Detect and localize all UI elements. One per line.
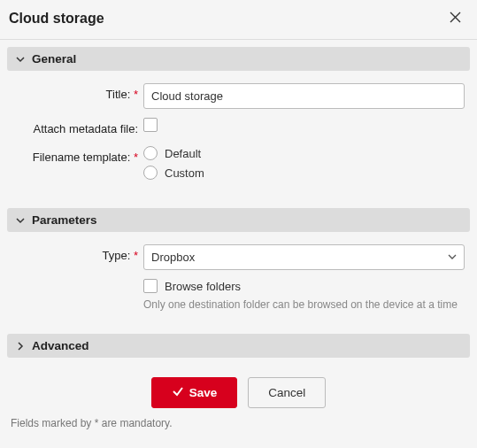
template-custom-radio[interactable]: Custom [143, 166, 465, 180]
chevron-down-icon [16, 216, 25, 225]
attach-metadata-checkbox[interactable] [143, 118, 158, 132]
template-custom-label: Custom [165, 166, 204, 180]
close-icon [450, 11, 461, 26]
attach-metadata-label: Attach metadata file: [33, 122, 138, 135]
dialog-title: Cloud storage [9, 11, 104, 27]
section-general-header[interactable]: General [7, 47, 470, 71]
close-button[interactable] [446, 9, 465, 28]
dialog-content: General Title: * Attach metadata file: [0, 40, 477, 445]
title-label: Title: [106, 88, 131, 101]
section-parameters-title: Parameters [32, 213, 97, 227]
title-input[interactable] [143, 83, 465, 109]
row-filename-template: Filename template: * Default Custom [12, 146, 465, 185]
row-type: Type: * Dropbox Br [12, 244, 465, 311]
browse-folders-hint: Only one destination folder can be brows… [143, 298, 465, 311]
filename-template-label: Filename template: [33, 151, 131, 164]
radio-icon [143, 146, 158, 160]
browse-folders-checkbox[interactable] [143, 279, 158, 293]
row-title: Title: * [12, 83, 465, 109]
template-default-label: Default [165, 147, 201, 160]
cloud-storage-dialog: Cloud storage General Title: * [0, 0, 477, 445]
type-select-value: Dropbox [151, 251, 195, 264]
mandatory-footnote: Fields marked by * are mandatory. [7, 417, 470, 438]
template-default-radio[interactable]: Default [143, 146, 465, 160]
save-button-label: Save [189, 386, 218, 399]
section-general: General Title: * Attach metadata file: [7, 47, 470, 199]
required-marker: * [134, 151, 138, 164]
browse-folders-label: Browse folders [165, 280, 241, 293]
required-marker: * [134, 249, 138, 262]
section-advanced-header[interactable]: Advanced [7, 334, 470, 358]
type-label: Type: [103, 249, 131, 262]
section-advanced-title: Advanced [32, 339, 89, 352]
dialog-actions: Save Cancel [7, 367, 470, 417]
check-icon [172, 385, 184, 400]
titlebar: Cloud storage [0, 0, 477, 40]
section-advanced: Advanced [7, 334, 470, 358]
save-button[interactable]: Save [151, 377, 238, 408]
browse-folders-checkbox-row[interactable]: Browse folders [143, 279, 465, 293]
chevron-down-icon [16, 55, 25, 64]
chevron-right-icon [16, 342, 25, 351]
cancel-button[interactable]: Cancel [248, 377, 326, 408]
section-parameters: Parameters Type: * Dropbox [7, 208, 470, 325]
cancel-button-label: Cancel [268, 386, 305, 399]
row-attach-metadata: Attach metadata file: [12, 118, 465, 137]
required-marker: * [134, 88, 138, 101]
chevron-down-icon [448, 251, 457, 264]
section-parameters-header[interactable]: Parameters [7, 208, 470, 232]
section-general-title: General [32, 52, 76, 66]
radio-icon [143, 166, 158, 180]
type-select[interactable]: Dropbox [143, 244, 465, 270]
